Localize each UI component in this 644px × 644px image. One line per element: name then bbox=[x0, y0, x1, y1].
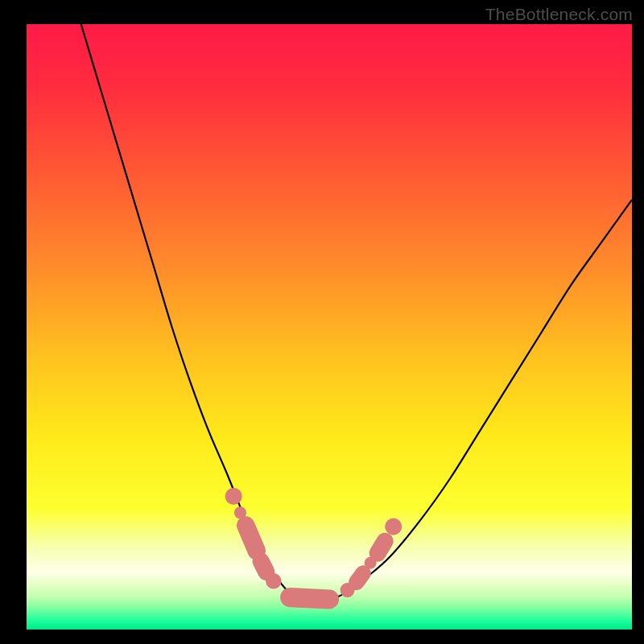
marker-capsule bbox=[290, 597, 329, 599]
marker-capsule bbox=[378, 541, 385, 553]
marker-capsule bbox=[357, 573, 363, 582]
curve-markers bbox=[225, 488, 402, 599]
plot-area bbox=[27, 24, 632, 630]
marker-capsule bbox=[261, 561, 266, 572]
marker-dot bbox=[385, 518, 402, 535]
bottleneck-curve bbox=[81, 24, 632, 600]
watermark-text: TheBottleneck.com bbox=[485, 5, 633, 24]
marker-dot bbox=[266, 573, 282, 589]
marker-capsule bbox=[246, 526, 257, 551]
marker-dot bbox=[225, 488, 242, 505]
chart-frame: TheBottleneck.com bbox=[0, 0, 644, 644]
curve-layer bbox=[27, 24, 632, 630]
